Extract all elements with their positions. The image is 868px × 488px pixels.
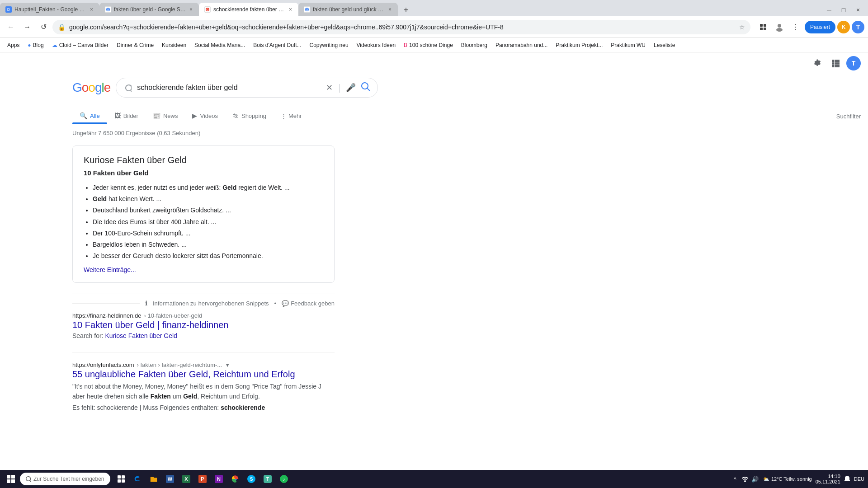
snippet-info-text[interactable]: Informationen zu hervorgehobenen Snippet…	[153, 300, 269, 307]
taskbar-search-box[interactable]: Zur Suche Text hier eingeben	[20, 473, 110, 485]
search-input[interactable]: schockierende fakten über geld	[137, 84, 321, 92]
bookmark-videokurs[interactable]: Videokurs Ideen	[353, 41, 400, 50]
bookmark-praktikum-projekt[interactable]: Praktikum Projekt...	[552, 41, 606, 50]
extensions-icon[interactable]	[756, 20, 770, 34]
tab-alle[interactable]: 🔍 Alle	[72, 108, 107, 124]
google-apps-icon[interactable]	[828, 56, 843, 70]
result-2-title[interactable]: 55 unglaubliche Fakten über Geld, Reicht…	[72, 369, 335, 380]
taskbar-notification[interactable]	[844, 475, 850, 483]
bookmark-panorama[interactable]: Panoramabahn und...	[492, 41, 551, 50]
svg-rect-20	[837, 65, 840, 67]
forward-button[interactable]: →	[20, 20, 34, 34]
taskbar-app-unknown3[interactable]: ♪	[277, 472, 291, 486]
result-1-url: https://finanz-heldinnen.de › 10-fakten-…	[72, 312, 335, 319]
tab-title-3: schockierende fakten über geld	[213, 6, 285, 13]
tab-2[interactable]: G fakten über geld - Google Suche ×	[99, 3, 199, 16]
reload-button[interactable]: ↺	[36, 20, 51, 34]
bookmark-bois-label: Bois d'Argent Duft...	[253, 42, 301, 48]
shopping-icon: 🛍	[232, 112, 239, 119]
bookmark-copywriting[interactable]: Copywriting neu	[306, 41, 352, 50]
profile-icon[interactable]	[772, 20, 787, 34]
bookmark-bloomberg-label: Bloomberg	[461, 42, 487, 48]
bookmark-blog[interactable]: ● Blog	[24, 41, 47, 50]
tab-close-3[interactable]: ×	[288, 5, 293, 14]
bookmark-dinner-label: Dinner & Crime	[117, 42, 154, 48]
tab-1[interactable]: D Hauptteil_Fakten - Google Docs ×	[0, 3, 99, 16]
taskbar-word[interactable]: W	[163, 472, 177, 486]
pause-button[interactable]: Pausiert	[805, 21, 835, 33]
tab-3[interactable]: G schockierende fakten über geld ×	[199, 3, 298, 16]
settings-dots-icon[interactable]: ⋮	[788, 20, 803, 34]
result-2-url-more[interactable]: ▼	[225, 362, 230, 368]
user-avatar[interactable]: T	[852, 21, 864, 33]
windows-start-button[interactable]	[4, 472, 18, 486]
new-tab-button[interactable]: +	[400, 4, 412, 16]
feedback-link[interactable]: 💬 Feedback geben	[282, 300, 335, 307]
results-count: Ungefähr 7 650 000 Ergebnisse (0,63 Seku…	[72, 130, 335, 136]
tab-videos[interactable]: ▶ Videos	[185, 108, 225, 124]
bookmark-apps[interactable]: Apps	[4, 41, 23, 50]
taskbar-app-unknown2[interactable]: T	[260, 472, 275, 486]
bookmarks-bar: Apps ● Blog ☁ Cloid – Canva Bilder Dinne…	[0, 38, 868, 52]
bookmark-social[interactable]: Social Media Mana...	[191, 41, 249, 50]
tab-close-1[interactable]: ×	[89, 5, 94, 14]
tab-news[interactable]: 📰 News	[146, 108, 185, 124]
search-mic-button[interactable]: 🎤	[346, 83, 356, 93]
bookmark-bloomberg[interactable]: Bloomberg	[458, 41, 491, 50]
google-settings-icon[interactable]	[810, 56, 825, 70]
tab-favicon-3: G	[204, 6, 211, 13]
bookmark-dinner[interactable]: Dinner & Crime	[113, 41, 157, 50]
taskbar-onenote[interactable]: N	[212, 472, 226, 486]
taskbar-edge[interactable]	[130, 472, 145, 486]
featured-snippet: Kuriose Fakten über Geld 10 Fakten über …	[72, 145, 335, 283]
search-box[interactable]: schockierende fakten über geld ✕ | 🎤	[116, 78, 378, 98]
tab-4[interactable]: G fakten über geld und glück - Go... ×	[298, 3, 398, 16]
bookmark-100-icon: B	[404, 42, 407, 48]
bookmark-star-icon[interactable]: ☆	[739, 23, 745, 31]
taskbar-app-unknown1[interactable]: S	[244, 472, 259, 486]
bookmark-kursideen[interactable]: Kursideen	[158, 41, 190, 50]
alle-icon: 🔍	[80, 112, 87, 119]
suchfilter-button[interactable]: Suchfilter	[829, 109, 868, 123]
search-submit-button[interactable]	[361, 82, 370, 94]
search-clear-button[interactable]: ✕	[326, 83, 333, 93]
tab-close-2[interactable]: ×	[189, 5, 193, 14]
svg-text:G: G	[206, 8, 208, 11]
minimize-button[interactable]: ─	[823, 4, 835, 16]
close-button[interactable]: ×	[852, 4, 864, 16]
bookmark-cloid[interactable]: ☁ Cloid – Canva Bilder	[48, 41, 112, 50]
nav-bar: ← → ↺ 🔒 google.com/search?q=schockierend…	[0, 16, 868, 38]
results-separator	[72, 352, 335, 352]
address-bar[interactable]: 🔒 google.com/search?q=schockierende+fakt…	[52, 20, 750, 34]
taskbar-excel[interactable]: X	[179, 472, 193, 486]
taskbar-taskview[interactable]	[114, 472, 128, 486]
bookmark-100[interactable]: B 100 schöne Dinge	[400, 41, 457, 50]
bookmark-blog-icon: ●	[28, 42, 31, 48]
taskbar-file-explorer[interactable]	[146, 472, 161, 486]
svg-rect-13	[835, 60, 837, 62]
search-for-link[interactable]: Kuriose Fakten über Geld	[105, 332, 177, 339]
kaspersky-icon[interactable]: K	[837, 21, 850, 33]
result-1-title[interactable]: 10 Fakten über Geld | finanz-heldinnen	[72, 320, 335, 330]
bookmark-praktikum-wu[interactable]: Praktikum WU	[607, 41, 649, 50]
search-divider: |	[338, 83, 340, 93]
tab-shopping[interactable]: 🛍 Shopping	[225, 108, 274, 124]
featured-more-link[interactable]: Weitere Einträge...	[84, 266, 136, 273]
taskbar-volume-icon[interactable]: 🔊	[750, 474, 760, 483]
back-button[interactable]: ←	[4, 20, 18, 34]
tab-close-4[interactable]: ×	[387, 5, 392, 14]
maximize-button[interactable]: □	[837, 4, 850, 16]
taskbar-expand-icon[interactable]: ^	[731, 474, 740, 483]
google-profile-avatar[interactable]: T	[846, 56, 861, 70]
tab-mehr[interactable]: ⋮ Mehr	[274, 109, 309, 124]
svg-point-11	[776, 28, 783, 32]
tab-bilder[interactable]: 🖼 Bilder	[107, 108, 146, 124]
bookmark-leseliste[interactable]: Leseliste	[650, 41, 679, 50]
search-result-2: https://onlyfunfacts.com › fakten › fakt…	[72, 361, 335, 412]
taskbar-language: DEU	[854, 476, 864, 482]
bookmark-bois[interactable]: Bois d'Argent Duft...	[250, 41, 305, 50]
taskbar-powerpoint[interactable]: P	[195, 472, 210, 486]
taskbar-chrome[interactable]	[228, 472, 242, 486]
taskbar-network-icon[interactable]	[741, 474, 750, 483]
result-2-domain: https://onlyfunfacts.com	[72, 361, 134, 368]
